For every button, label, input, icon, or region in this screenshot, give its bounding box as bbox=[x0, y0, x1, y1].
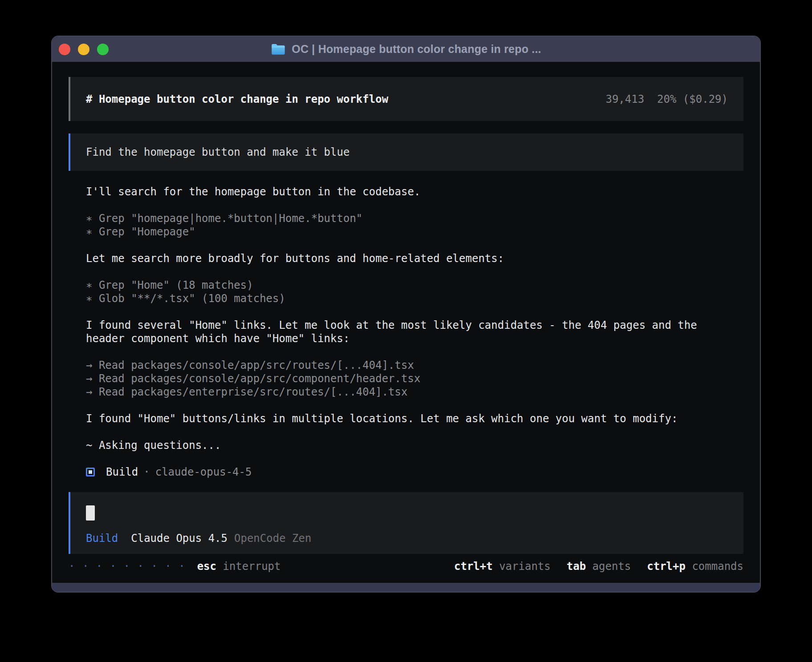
interrupt-label: interrupt bbox=[216, 560, 281, 573]
working-status: ~ Asking questions... bbox=[86, 439, 723, 452]
blank-line bbox=[86, 305, 723, 319]
traffic-lights bbox=[59, 36, 109, 62]
tool-call-read: → Read packages/console/app/src/componen… bbox=[86, 372, 723, 385]
statusbar-left: · · · · · · · · · esc interrupt bbox=[69, 560, 281, 573]
status-bar: · · · · · · · · · esc interrupt ctrl+t v… bbox=[69, 560, 743, 573]
minimize-button[interactable] bbox=[78, 44, 89, 55]
zoom-button[interactable] bbox=[97, 44, 109, 55]
titlebar-title-group: OC | Homepage button color change in rep… bbox=[271, 43, 541, 56]
titlebar: OC | Homepage button color change in rep… bbox=[52, 36, 760, 62]
esc-key-hint: esc bbox=[197, 560, 216, 573]
editor-statusline: Build Claude Opus 4.5 OpenCode Zen bbox=[86, 532, 728, 545]
session-header: # Homepage button color change in repo w… bbox=[69, 77, 743, 121]
blank-line bbox=[86, 425, 723, 439]
terminal-window: OC | Homepage button color change in rep… bbox=[51, 36, 761, 593]
prompt-input[interactable]: Build Claude Opus 4.5 OpenCode Zen bbox=[69, 492, 743, 554]
assistant-text: I'll search for the homepage button in t… bbox=[86, 185, 723, 198]
window-bottom-strip bbox=[52, 583, 760, 592]
tool-call-read: → Read packages/console/app/src/routes/[… bbox=[86, 359, 723, 372]
agent-name: Build bbox=[106, 465, 138, 479]
blank-line bbox=[86, 345, 723, 359]
blank-line bbox=[86, 265, 723, 279]
terminal-content: # Homepage button color change in repo w… bbox=[52, 62, 760, 583]
tool-call-grep: ∗ Grep "Home" (18 matches) bbox=[86, 279, 723, 292]
agent-separator: · bbox=[143, 465, 150, 479]
folder-icon bbox=[271, 43, 286, 56]
statusbar-right: ctrl+t variants tab agents ctrl+p comman… bbox=[454, 560, 743, 573]
tool-call-grep: ∗ Grep "homepage|home.*button|Home.*butt… bbox=[86, 212, 723, 225]
agent-icon bbox=[86, 468, 95, 476]
provider-label: OpenCode Zen bbox=[234, 532, 311, 545]
session-stats: 39,413 20% ($0.29) bbox=[605, 93, 728, 106]
transcript: I'll search for the homepage button in t… bbox=[69, 185, 723, 479]
assistant-text: Let me search more broadly for buttons a… bbox=[86, 252, 723, 265]
assistant-text: I found "Home" buttons/links in multiple… bbox=[86, 412, 723, 425]
mode-label: Build bbox=[86, 532, 118, 545]
agent-model: claude-opus-4-5 bbox=[155, 465, 252, 479]
user-message: Find the homepage button and make it blu… bbox=[69, 133, 743, 171]
text-cursor bbox=[86, 505, 95, 521]
hint-commands: ctrl+p commands bbox=[647, 560, 743, 573]
agent-badge: Build · claude-opus-4-5 bbox=[86, 465, 723, 479]
tool-call-glob: ∗ Glob "**/*.tsx" (100 matches) bbox=[86, 292, 723, 305]
blank-line bbox=[86, 452, 723, 465]
assistant-text: I found several "Home" links. Let me loo… bbox=[86, 319, 723, 345]
model-label: Claude Opus 4.5 bbox=[131, 532, 227, 545]
spinner-dots-icon: · · · · · · · · · bbox=[69, 560, 186, 573]
blank-line bbox=[86, 198, 723, 212]
user-message-text: Find the homepage button and make it blu… bbox=[86, 145, 349, 159]
window-title: OC | Homepage button color change in rep… bbox=[292, 43, 541, 56]
hint-variants: ctrl+t variants bbox=[454, 560, 551, 573]
tool-call-read: → Read packages/enterprise/src/routes/[.… bbox=[86, 385, 723, 399]
blank-line bbox=[86, 399, 723, 412]
blank-line bbox=[86, 238, 723, 252]
tool-call-grep: ∗ Grep "Homepage" bbox=[86, 225, 723, 238]
hint-agents: tab agents bbox=[567, 560, 631, 573]
close-button[interactable] bbox=[59, 44, 70, 55]
session-title: # Homepage button color change in repo w… bbox=[86, 93, 388, 106]
